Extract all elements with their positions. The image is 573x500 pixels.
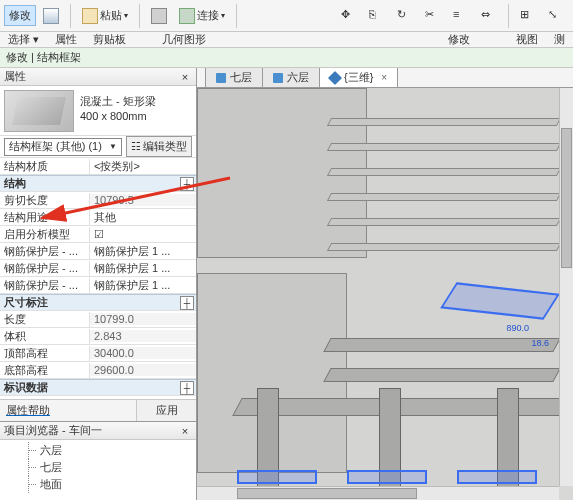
tree-item[interactable]: 地面 — [0, 476, 196, 493]
group-geometry: 几何图形 — [154, 32, 214, 47]
mirror-button[interactable]: ⇔ — [476, 5, 502, 27]
properties-help-link[interactable]: 属性帮助 — [0, 400, 136, 421]
property-row[interactable]: 长度10799.0 — [0, 311, 196, 328]
apply-button[interactable]: 应用 — [136, 400, 196, 421]
ribbon: 修改 粘贴▾ 连接▾ ✥ ⎘ ↻ ✂ ≡ ⇔ ⊞ ⤡ — [0, 0, 573, 32]
view-tab-label: {三维} — [344, 70, 373, 85]
vertical-scrollbar[interactable] — [559, 88, 573, 486]
property-value[interactable]: 钢筋保护层 1 ... — [90, 278, 196, 293]
horizontal-scrollbar[interactable] — [197, 486, 559, 500]
property-row[interactable]: 钢筋保护层 - ...钢筋保护层 1 ... — [0, 260, 196, 277]
trim-icon: ✂ — [425, 8, 441, 24]
cut-geom-button[interactable] — [146, 5, 172, 27]
crop-region-segment[interactable] — [457, 470, 537, 484]
group-label: 标识数据 — [0, 380, 180, 395]
property-value[interactable]: 钢筋保护层 1 ... — [90, 244, 196, 259]
chevron-down-icon: ▾ — [221, 11, 225, 20]
connect-icon — [179, 8, 195, 24]
plan-icon — [273, 73, 283, 83]
connect-button[interactable]: 连接▾ — [174, 5, 230, 27]
props-button[interactable] — [38, 5, 64, 27]
property-row[interactable]: 底部高程29600.0 — [0, 362, 196, 379]
property-value[interactable]: 其他 — [90, 210, 196, 225]
model-view[interactable]: 890.0 18.6 — [197, 88, 559, 486]
property-row[interactable]: 剪切长度10799.5 — [0, 192, 196, 209]
browser-tree[interactable]: 六层七层地面 — [0, 440, 196, 500]
property-group-header[interactable]: 尺寸标注┼ — [0, 294, 196, 311]
expand-icon[interactable]: ┼ — [180, 381, 194, 395]
trim-button[interactable]: ✂ — [420, 5, 446, 27]
property-name: 钢筋保护层 - ... — [0, 278, 90, 293]
group-modify: 修改 — [440, 32, 478, 47]
property-row[interactable]: 钢筋保护层 - ...钢筋保护层 1 ... — [0, 277, 196, 294]
type-size: 400 x 800mm — [80, 109, 156, 124]
rotate-button[interactable]: ↻ — [392, 5, 418, 27]
property-name: 结构用途 — [0, 210, 90, 225]
scrollbar-thumb[interactable] — [561, 128, 572, 268]
property-name: 顶部高程 — [0, 346, 90, 361]
expand-icon[interactable]: ┼ — [180, 296, 194, 310]
group-measure: 测 — [546, 32, 573, 47]
paste-button[interactable]: 粘贴▾ — [77, 5, 133, 27]
move-icon: ✥ — [341, 8, 357, 24]
clipboard-icon — [82, 8, 98, 24]
group-clipboard: 剪贴板 — [85, 32, 134, 47]
close-icon[interactable]: × — [178, 70, 192, 84]
help-label: 属性帮助 — [6, 403, 50, 418]
properties-panel-header[interactable]: 属性 × — [0, 68, 196, 86]
view-tab[interactable]: 六层 — [262, 68, 320, 87]
copy-button[interactable]: ⎘ — [364, 5, 390, 27]
view-tab[interactable]: {三维}× — [319, 68, 398, 87]
property-row[interactable]: 钢筋保护层 - ...钢筋保护层 1 ... — [0, 243, 196, 260]
close-icon[interactable]: × — [381, 72, 387, 83]
separator — [70, 4, 71, 28]
property-row[interactable]: 体积2.843 — [0, 328, 196, 345]
browser-header[interactable]: 项目浏览器 - 车间一 × — [0, 422, 196, 440]
separator — [236, 4, 237, 28]
expand-icon[interactable]: ┼ — [180, 177, 194, 191]
property-name: 长度 — [0, 312, 90, 327]
array-button[interactable]: ⊞ — [515, 5, 541, 27]
type-preview[interactable]: 混凝土 - 矩形梁 400 x 800mm — [0, 86, 196, 136]
connect-label: 连接 — [197, 8, 219, 23]
property-value[interactable]: <按类别> — [90, 159, 196, 174]
crop-region-segment[interactable] — [347, 470, 427, 484]
property-value[interactable]: 钢筋保护层 1 ... — [90, 261, 196, 276]
left-panel: 属性 × 混凝土 - 矩形梁 400 x 800mm 结构框架 (其他) (1)… — [0, 68, 197, 500]
crop-region-segment[interactable] — [237, 470, 317, 484]
property-value: 10799.0 — [90, 313, 196, 325]
modify-tab[interactable]: 修改 — [4, 5, 36, 26]
group-props: 属性 — [47, 32, 85, 47]
align-button[interactable]: ≡ — [448, 5, 474, 27]
view-tab[interactable]: 七层 — [205, 68, 263, 87]
properties-grid[interactable]: 结构材质<按类别>结构┼剪切长度10799.5结构用途其他启用分析模型☑钢筋保护… — [0, 158, 196, 399]
scrollbar-thumb[interactable] — [237, 488, 417, 499]
cube-icon — [328, 70, 342, 84]
tree-item[interactable]: 六层 — [0, 442, 196, 459]
property-group-header[interactable]: 结构┼ — [0, 175, 196, 192]
chevron-down-icon: ▼ — [109, 142, 117, 151]
edit-type-button[interactable]: ☷ 编辑类型 — [126, 136, 192, 157]
selected-beam[interactable] — [440, 282, 559, 319]
scale-button[interactable]: ⤡ — [543, 5, 569, 27]
project-browser: 项目浏览器 - 车间一 × 六层七层地面 — [0, 421, 196, 500]
context-bar: 修改 | 结构框架 — [0, 48, 573, 68]
move-button[interactable]: ✥ — [336, 5, 362, 27]
viewport: 七层六层{三维}× 890.0 18.6 — [197, 68, 573, 500]
property-group-header[interactable]: 标识数据┼ — [0, 379, 196, 396]
instance-selector[interactable]: 结构框架 (其他) (1) ▼ — [4, 138, 122, 156]
properties-footer: 属性帮助 应用 — [0, 399, 196, 421]
group-select[interactable]: 选择 ▾ — [0, 32, 47, 47]
property-row[interactable]: 结构材质<按类别> — [0, 158, 196, 175]
property-row[interactable]: 结构用途其他 — [0, 209, 196, 226]
scale-icon: ⤡ — [548, 8, 564, 24]
property-value: 2.843 — [90, 330, 196, 342]
property-row[interactable]: 顶部高程30400.0 — [0, 345, 196, 362]
property-value[interactable]: ☑ — [90, 228, 196, 241]
property-row[interactable]: 启用分析模型☑ — [0, 226, 196, 243]
tree-item[interactable]: 七层 — [0, 459, 196, 476]
edit-type-icon: ☷ — [131, 140, 141, 153]
props-icon — [43, 8, 59, 24]
property-value: 10799.5 — [90, 194, 196, 206]
close-icon[interactable]: × — [178, 424, 192, 438]
